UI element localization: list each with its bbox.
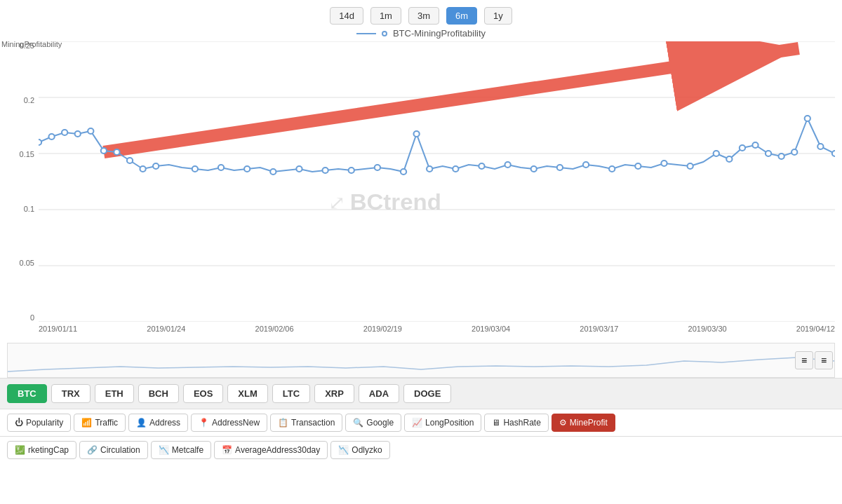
mini-btn-1[interactable]: ≡ (795, 351, 813, 369)
time-btn-1m[interactable]: 1m (370, 7, 401, 25)
metric-btn-longposition[interactable]: 📈 LongPosition (404, 414, 481, 432)
bottom-tabs: 💹 rketingCap 🔗 Circulation 📉 Metcalfe 📅 … (0, 436, 842, 463)
bottom-btn-marketingcap[interactable]: 💹 rketingCap (7, 441, 76, 459)
bottom-btn-avgaddress30[interactable]: 📅 AverageAddress30day (214, 441, 328, 459)
svg-point-11 (75, 131, 81, 137)
coin-btn-xlm[interactable]: XLM (227, 384, 267, 403)
time-btn-3m[interactable]: 3m (408, 7, 439, 25)
svg-point-32 (531, 166, 537, 172)
hashrate-label: HashRate (503, 418, 540, 428)
svg-point-29 (453, 166, 458, 172)
hashrate-icon: 🖥 (492, 418, 500, 428)
y-val-005: 0.05 (20, 259, 34, 267)
legend-label: BTC-MiningProfitability (393, 28, 486, 39)
x-axis: 2019/01/11 2019/01/24 2019/02/06 2019/02… (39, 322, 835, 343)
svg-point-22 (296, 166, 302, 172)
svg-line-7 (104, 48, 799, 152)
svg-point-21 (270, 169, 276, 175)
svg-point-20 (244, 166, 250, 172)
chart-legend: BTC-MiningProfitability (0, 28, 842, 39)
watermark-text: BCtrend (350, 189, 441, 214)
traffic-label: Traffic (95, 418, 118, 428)
bottom-btn-odlyzko[interactable]: 📉 Odlyzko (330, 441, 389, 459)
x-val-7: 2019/03/30 (688, 325, 727, 333)
avgaddress-icon: 📅 (222, 445, 232, 455)
metric-btn-hashrate[interactable]: 🖥 HashRate (484, 414, 548, 432)
coin-btn-ltc[interactable]: LTC (272, 384, 310, 403)
bottom-btn-circulation[interactable]: 🔗 Circulation (79, 441, 148, 459)
svg-point-16 (140, 166, 145, 172)
transaction-label: Transaction (291, 418, 335, 428)
svg-point-24 (349, 168, 354, 173)
coin-btn-eos[interactable]: EOS (183, 384, 223, 403)
marketingcap-label: rketingCap (28, 445, 69, 455)
google-label: Google (366, 418, 394, 428)
metric-btn-popularity[interactable]: ⏻ Popularity (7, 414, 71, 432)
mini-chart-area: ≡ ≡ (7, 343, 835, 378)
svg-point-31 (504, 162, 510, 168)
svg-point-39 (714, 151, 719, 156)
coin-btn-trx[interactable]: TRX (51, 384, 91, 403)
x-val-8: 2019/04/12 (796, 325, 835, 333)
svg-point-43 (766, 151, 771, 156)
metric-btn-traffic[interactable]: 📶 Traffic (74, 414, 126, 432)
x-val-1: 2019/01/11 (39, 325, 77, 333)
coin-btn-eth[interactable]: ETH (95, 384, 134, 403)
coin-btn-ada[interactable]: ADA (359, 384, 399, 403)
svg-point-46 (805, 116, 810, 121)
svg-point-10 (62, 130, 67, 135)
x-val-6: 2019/03/17 (580, 325, 618, 333)
y-val-015: 0.15 (20, 150, 34, 158)
y-val-000: 0 (30, 313, 34, 322)
time-btn-1y[interactable]: 1y (484, 7, 512, 25)
y-val-020: 0.2 (24, 96, 34, 104)
mini-btn-2[interactable]: ≡ (815, 351, 833, 369)
coin-btn-xrp[interactable]: XRP (314, 384, 354, 403)
addressnew-label: AddressNew (212, 418, 260, 428)
svg-point-38 (688, 163, 693, 169)
svg-point-14 (114, 149, 119, 155)
svg-point-42 (752, 142, 758, 148)
svg-point-28 (427, 166, 432, 172)
svg-point-12 (88, 128, 93, 134)
metric-btn-addressnew[interactable]: 📍 AddressNew (191, 414, 267, 432)
time-controls: 14d 1m 3m 6m 1y (0, 0, 842, 28)
svg-point-36 (635, 163, 641, 169)
svg-point-37 (661, 161, 667, 166)
coin-btn-bch[interactable]: BCH (138, 384, 179, 403)
legend-circle-icon (382, 31, 387, 36)
google-icon: 🔍 (353, 418, 363, 428)
transaction-icon: 📋 (278, 418, 288, 428)
metric-btn-google[interactable]: 🔍 Google (345, 414, 401, 432)
mini-chart-buttons: ≡ ≡ (795, 351, 833, 369)
metric-btn-mineprofit[interactable]: ⚙ MineProfit (552, 414, 615, 432)
svg-point-34 (583, 162, 589, 168)
metric-btn-transaction[interactable]: 📋 Transaction (270, 414, 342, 432)
svg-text:⤢: ⤢ (328, 191, 345, 213)
address-icon: 👤 (136, 418, 147, 428)
metcalfe-icon: 📉 (159, 445, 169, 455)
chart-area: MiningProfitability 0.25 0.2 0.15 0.1 0.… (0, 41, 842, 343)
time-btn-14d[interactable]: 14d (330, 7, 363, 25)
svg-point-30 (479, 163, 484, 169)
svg-point-13 (101, 148, 107, 154)
metric-btn-address[interactable]: 👤 Address (128, 414, 188, 432)
coin-btn-btc[interactable]: BTC (7, 384, 47, 403)
coin-btn-doge[interactable]: DOGE (403, 384, 451, 403)
y-val-025: 0.25 (20, 41, 34, 50)
addressnew-icon: 📍 (199, 418, 209, 428)
mineprofit-label: MineProfit (570, 418, 608, 428)
coin-tabs: BTC TRX ETH BCH EOS XLM LTC XRP ADA DOGE (0, 378, 842, 409)
time-btn-6m[interactable]: 6m (446, 7, 477, 25)
svg-point-33 (557, 165, 563, 170)
chart-svg-container: BCtrend ⤢ (39, 41, 835, 322)
longposition-icon: 📈 (412, 418, 422, 428)
y-axis: 0.25 0.2 0.15 0.1 0.05 0 (0, 41, 39, 322)
svg-point-23 (322, 168, 328, 173)
svg-point-19 (218, 165, 224, 170)
svg-point-8 (39, 139, 41, 145)
svg-point-18 (192, 166, 198, 172)
bottom-btn-metcalfe[interactable]: 📉 Metcalfe (151, 441, 211, 459)
svg-point-27 (413, 131, 419, 137)
svg-point-48 (832, 151, 835, 156)
